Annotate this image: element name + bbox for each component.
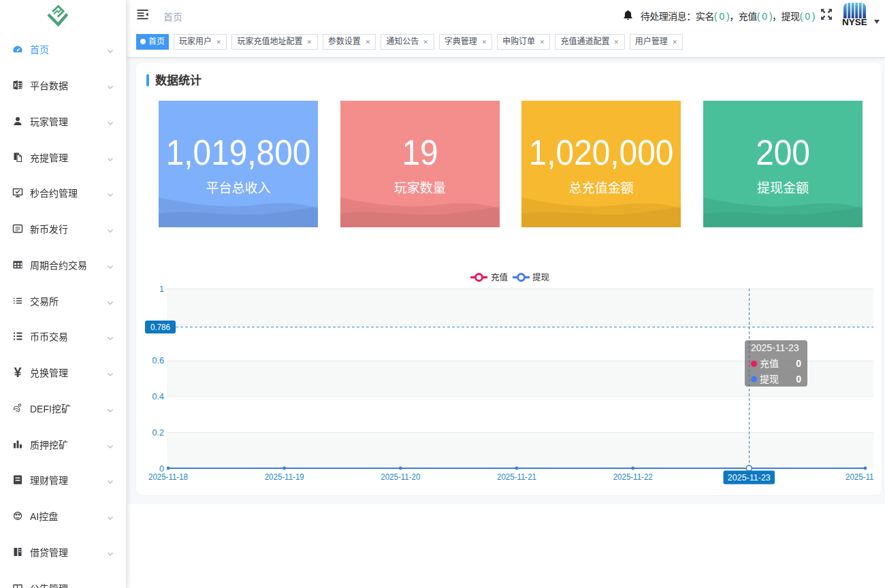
svg-text:充值: 充值 <box>491 272 508 282</box>
svg-text:NYSE: NYSE <box>842 17 867 27</box>
svg-text:2025-11-23: 2025-11-23 <box>728 473 771 483</box>
svg-text:充值: 充值 <box>760 358 779 369</box>
svg-text:2025-11-21: 2025-11-21 <box>497 472 536 482</box>
svg-text:1: 1 <box>159 284 164 294</box>
svg-text:2025-11-19: 2025-11-19 <box>265 472 304 482</box>
svg-text:0.4: 0.4 <box>152 392 164 402</box>
svg-text:提现: 提现 <box>532 272 549 282</box>
svg-text:0.786: 0.786 <box>150 323 170 332</box>
svg-text:2025-11-24: 2025-11-24 <box>846 472 873 482</box>
svg-text:0: 0 <box>796 358 801 369</box>
svg-text:0.2: 0.2 <box>152 428 164 438</box>
svg-text:2025-11-22: 2025-11-22 <box>613 472 653 482</box>
svg-text:2025-11-20: 2025-11-20 <box>381 472 420 482</box>
svg-text:2025-11-23: 2025-11-23 <box>751 342 799 353</box>
svg-text:0: 0 <box>796 374 801 385</box>
svg-text:0.6: 0.6 <box>152 356 164 365</box>
svg-text:2025-11-18: 2025-11-18 <box>148 472 188 482</box>
svg-text:提现: 提现 <box>760 374 779 385</box>
